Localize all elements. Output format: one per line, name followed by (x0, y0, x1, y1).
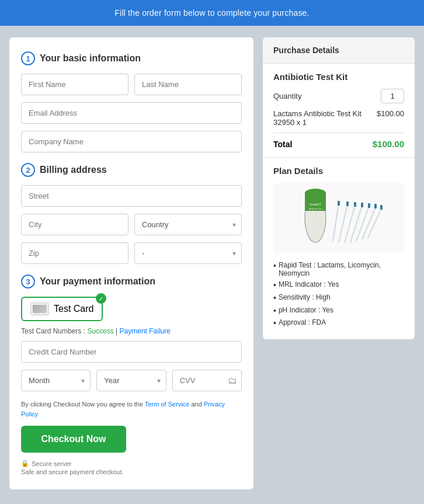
street-group (21, 185, 242, 207)
cc-number-group (21, 341, 242, 363)
purchase-header: Purchase Details (263, 37, 415, 64)
svg-rect-13 (346, 201, 349, 206)
month-select[interactable]: Month (21, 370, 91, 391)
right-panel: Purchase Details Antibiotic Test Kit Qua… (263, 37, 415, 339)
plan-title: Plan Details (273, 166, 404, 176)
lock-icon: 🔒 (21, 460, 29, 467)
top-banner: Fill the order form below to complete yo… (0, 0, 424, 26)
total-label: Total (273, 140, 292, 149)
svg-rect-15 (361, 203, 363, 207)
section2-title: 2 Billing address (21, 163, 242, 177)
section3-title: 3 Your payment information (21, 274, 242, 289)
svg-rect-14 (354, 202, 356, 207)
success-link[interactable]: Success (87, 327, 113, 335)
checkout-button[interactable]: Checkout Now (21, 426, 126, 453)
card-icon (30, 303, 49, 315)
company-group (21, 131, 242, 152)
banner-text: Fill the order form below to complete yo… (114, 8, 309, 18)
month-group: Month (21, 370, 91, 391)
company-input[interactable] (21, 131, 242, 152)
secure-info: 🔒 Secure server Safe and secure payment … (21, 460, 242, 475)
cvv-card-icon: 🗂 (228, 376, 237, 386)
svg-line-5 (333, 203, 339, 241)
year-group: Year (96, 370, 166, 391)
zip-state-row: - (21, 242, 242, 264)
purchase-body: Antibiotic Test Kit Quantity 1 Lactams A… (263, 64, 415, 157)
qty-row: Quantity 1 (273, 89, 404, 103)
product-name: Antibiotic Test Kit (273, 72, 404, 82)
street-input[interactable] (21, 185, 242, 207)
last-name-group (134, 74, 242, 95)
svg-rect-12 (338, 201, 340, 206)
first-name-group (21, 74, 128, 95)
city-country-row: Country (21, 214, 242, 235)
last-name-input[interactable] (134, 74, 242, 95)
name-row (21, 74, 242, 95)
section2-number: 2 (21, 163, 35, 177)
svg-line-11 (368, 208, 381, 238)
svg-rect-17 (374, 204, 377, 208)
plan-feature-item: Approval : FDA (273, 318, 404, 328)
secure-line1: 🔒 Secure server (21, 460, 242, 467)
line-item: Lactams Antibiotic Test Kit 32950 x 1 $1… (273, 109, 404, 133)
plan-features: Rapid Test : Lactams, Licomycin, Neomyci… (273, 261, 404, 328)
email-input[interactable] (21, 102, 242, 124)
test-card-info: Test Card Numbers : Success | Payment Fa… (21, 327, 242, 335)
terms-text: By clicking Checkout Now you agree to th… (21, 399, 242, 419)
card-option[interactable]: ✓ Test Card (21, 297, 103, 321)
zip-input[interactable] (21, 242, 128, 264)
left-panel: 1 Your basic information 2 Billing addre… (9, 37, 253, 489)
first-name-input[interactable] (21, 74, 128, 95)
svg-rect-16 (368, 203, 370, 208)
payment-failure-link[interactable]: Payment Failure (120, 327, 171, 335)
section3-number: 3 (21, 274, 35, 289)
svg-rect-18 (380, 205, 383, 210)
plan-details: Plan Details SmarKIT Antibiotic Test (263, 157, 415, 339)
section1-number: 1 (21, 51, 35, 65)
plan-feature-item: pH Indicator : Yes (273, 306, 404, 316)
line-item-price: $100.00 (377, 109, 404, 118)
zip-group (21, 242, 128, 264)
svg-text:Antibiotic Test: Antibiotic Test (309, 208, 322, 210)
svg-text:SmarKIT: SmarKIT (310, 203, 321, 206)
qty-label: Quantity (273, 92, 301, 100)
year-select[interactable]: Year (96, 370, 166, 391)
plan-feature-item: Rapid Test : Lactams, Licomycin, Neomyci… (273, 261, 404, 277)
email-group (21, 102, 242, 124)
plan-feature-item: Sensitivity : High (273, 293, 404, 303)
state-group: - (134, 242, 242, 264)
state-select[interactable]: - (134, 242, 242, 264)
city-group (21, 214, 128, 235)
cc-number-input[interactable] (21, 341, 242, 363)
plan-feature-item: MRL Indicator : Yes (273, 280, 404, 290)
cvv-group: 🗂 (172, 370, 242, 391)
city-input[interactable] (21, 214, 128, 235)
country-group: Country (134, 214, 242, 235)
total-row: Total $100.00 (273, 139, 404, 149)
payment-bottom-row: Month Year 🗂 (21, 370, 242, 391)
line-item-name: Lactams Antibiotic Test Kit 32950 x 1 (273, 109, 377, 127)
svg-line-9 (356, 206, 369, 241)
section1-title: 1 Your basic information (21, 51, 242, 65)
terms-link[interactable]: Term of Service (145, 401, 189, 408)
card-label: Test Card (54, 304, 93, 314)
qty-box: 1 (381, 89, 404, 103)
total-amount: $100.00 (373, 139, 404, 149)
country-select[interactable]: Country (134, 214, 242, 235)
svg-line-8 (350, 206, 362, 242)
check-icon: ✓ (96, 293, 106, 304)
product-image: SmarKIT Antibiotic Test (273, 183, 404, 253)
